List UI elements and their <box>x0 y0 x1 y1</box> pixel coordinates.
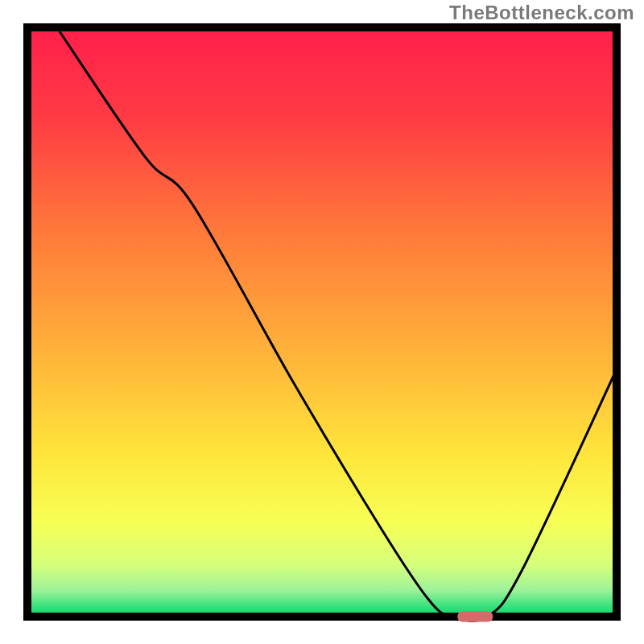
chart-svg <box>0 0 644 644</box>
optimal-marker <box>457 612 493 622</box>
chart-frame: TheBottleneck.com <box>0 0 644 644</box>
